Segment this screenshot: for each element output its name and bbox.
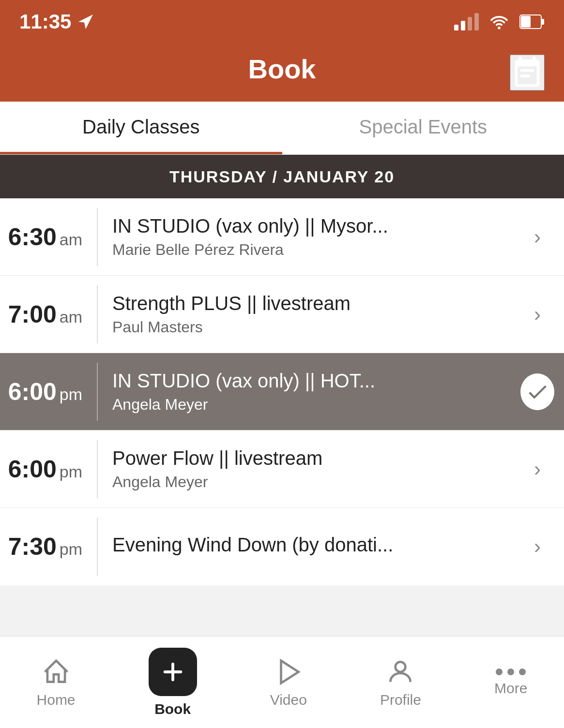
play-icon (274, 657, 304, 687)
home-icon (41, 657, 71, 687)
class-info: IN STUDIO (vax only) || HOT... Angela Me… (98, 361, 520, 422)
dots-icon (496, 669, 526, 675)
class-chevron: › (520, 225, 564, 249)
battery-icon (519, 15, 545, 29)
tab-bar: Daily Classes Special Events (0, 102, 564, 155)
class-info: IN STUDIO (vax only) || Mysor... Marie B… (98, 207, 520, 267)
status-time-area: 11:35 (19, 10, 94, 33)
nav-more[interactable]: More (485, 664, 537, 701)
class-time: 6:00 pm (0, 368, 97, 416)
date-header: THURSDAY / JANUARY 20 (0, 155, 564, 198)
class-info: Evening Wind Down (by donati... (98, 525, 520, 568)
class-time: 6:30 am (0, 213, 97, 261)
nav-video[interactable]: Video (260, 652, 317, 713)
class-row[interactable]: 7:30 pm Evening Wind Down (by donati... … (0, 508, 564, 585)
bottom-navigation: Home Book Video Profile More (0, 636, 564, 728)
checkmark-icon (525, 380, 549, 404)
booked-checkmark (520, 373, 564, 410)
svg-rect-2 (521, 16, 531, 28)
class-chevron: › (520, 458, 564, 481)
book-add-button[interactable] (149, 648, 197, 696)
calendar-icon-button[interactable] (510, 55, 545, 91)
location-arrow-icon (77, 13, 94, 30)
tab-daily-classes[interactable]: Daily Classes (0, 102, 282, 154)
app-header: Book (0, 44, 564, 102)
class-info: Power Flow || livestream Angela Meyer (98, 439, 520, 500)
class-row[interactable]: 7:00 am Strength PLUS || livestream Paul… (0, 276, 564, 353)
wifi-icon (488, 13, 510, 30)
class-row-booked[interactable]: 6:00 pm IN STUDIO (vax only) || HOT... A… (0, 353, 564, 431)
class-time: 7:30 pm (0, 523, 97, 570)
class-time: 6:00 pm (0, 446, 97, 493)
class-time: 7:00 am (0, 291, 97, 338)
signal-strength-icon (454, 13, 479, 30)
nav-book[interactable]: Book (139, 643, 207, 722)
svg-rect-1 (541, 19, 544, 25)
status-indicators (454, 13, 545, 30)
class-row[interactable]: 6:30 am IN STUDIO (vax only) || Mysor...… (0, 198, 564, 276)
svg-marker-3 (281, 660, 298, 683)
nav-home[interactable]: Home (27, 652, 85, 713)
clock-display: 11:35 (19, 10, 71, 33)
class-chevron: › (520, 535, 564, 558)
class-info: Strength PLUS || livestream Paul Masters (98, 284, 520, 345)
calendar-lines-icon (511, 56, 544, 89)
plus-icon (159, 658, 186, 685)
svg-point-4 (396, 662, 406, 672)
class-chevron: › (520, 303, 564, 326)
page-title: Book (248, 53, 316, 85)
nav-profile[interactable]: Profile (370, 652, 431, 713)
person-icon (385, 657, 415, 687)
class-row[interactable]: 6:00 pm Power Flow || livestream Angela … (0, 431, 564, 508)
tab-special-events[interactable]: Special Events (282, 102, 564, 154)
status-bar: 11:35 (0, 0, 564, 44)
class-list: 6:30 am IN STUDIO (vax only) || Mysor...… (0, 198, 564, 585)
